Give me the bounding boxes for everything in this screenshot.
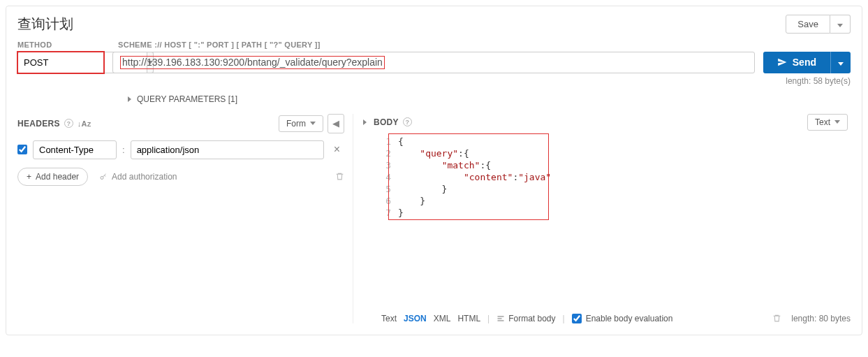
header-row: : × bbox=[17, 140, 344, 159]
code-value: "java" bbox=[518, 172, 551, 182]
query-parameters-label: QUERY PARAMETERS [1] bbox=[137, 94, 237, 104]
code-indent bbox=[398, 172, 464, 182]
code-line: } bbox=[398, 196, 425, 206]
add-authorization-button[interactable]: Add authorization bbox=[99, 172, 177, 182]
trash-icon bbox=[772, 314, 781, 323]
format-xml-button[interactable]: XML bbox=[434, 314, 451, 323]
caret-down-icon bbox=[837, 24, 843, 27]
format-html-button[interactable]: HTML bbox=[457, 314, 480, 323]
help-icon[interactable]: ? bbox=[403, 117, 412, 126]
body-footer: Text JSON XML HTML | Format body | Enabl… bbox=[353, 314, 851, 323]
headers-column: HEADERS ? ↓AZ Form ◀ : × +Add header bbox=[17, 114, 353, 323]
svg-point-0 bbox=[101, 176, 103, 179]
format-text-button[interactable]: Text bbox=[381, 314, 397, 323]
request-panel: 查询计划 Save METHOD SCHEME :// HOST [ ":" P… bbox=[6, 6, 862, 335]
body-editor-wrap: 1 2 3 4 5 6 7 { "query":{ "match":{ "con… bbox=[381, 135, 851, 309]
header-colon: : bbox=[122, 145, 125, 155]
format-body-button[interactable]: Format body bbox=[496, 314, 555, 323]
trash-icon bbox=[335, 172, 344, 181]
key-icon bbox=[99, 173, 108, 181]
method-selector[interactable] bbox=[17, 52, 104, 73]
save-button[interactable]: Save bbox=[786, 15, 830, 34]
send-icon bbox=[777, 57, 787, 67]
form-mode-button[interactable]: Form bbox=[279, 115, 323, 132]
send-dropdown-button[interactable] bbox=[830, 52, 851, 73]
caret-down-icon bbox=[834, 120, 840, 124]
body-section-head: BODY ? Text bbox=[353, 114, 851, 131]
save-group: Save bbox=[786, 15, 851, 34]
headers-actions: +Add header Add authorization bbox=[17, 168, 344, 186]
align-icon bbox=[496, 314, 505, 323]
body-mode-button[interactable]: Text bbox=[807, 114, 848, 131]
collapse-left-button[interactable]: ◀ bbox=[328, 114, 344, 133]
enable-body-eval-checkbox[interactable] bbox=[572, 314, 582, 323]
line-gutter: 1 2 3 4 5 6 7 bbox=[381, 135, 394, 309]
code-key: "query" bbox=[420, 148, 458, 159]
clear-body-button[interactable] bbox=[772, 314, 781, 323]
code-line: } bbox=[398, 207, 404, 218]
code-line: { bbox=[398, 136, 404, 147]
header-name-input[interactable] bbox=[33, 140, 117, 159]
enable-body-eval[interactable]: Enable body evaluation bbox=[572, 314, 673, 323]
send-group: Send bbox=[763, 52, 851, 73]
send-button[interactable]: Send bbox=[763, 52, 830, 73]
remove-header-button[interactable]: × bbox=[330, 143, 344, 156]
top-row: 查询计划 Save bbox=[17, 15, 851, 34]
headers-label-text: HEADERS bbox=[17, 119, 60, 129]
header-enabled-checkbox[interactable] bbox=[17, 145, 27, 154]
request-title: 查询计划 bbox=[17, 15, 73, 34]
add-authorization-label: Add authorization bbox=[112, 172, 177, 182]
body-column: BODY ? Text 1 2 3 4 5 6 7 { "query":{ "m… bbox=[353, 114, 851, 323]
body-code[interactable]: { "query":{ "match":{ "content":"java" }… bbox=[394, 135, 851, 309]
caret-right-icon bbox=[363, 119, 367, 125]
body-head-right: Text bbox=[807, 114, 851, 131]
save-dropdown-button[interactable] bbox=[830, 15, 851, 34]
format-body-label: Format body bbox=[508, 314, 555, 323]
url-length-meta: length: 58 byte(s) bbox=[17, 76, 851, 86]
plus-icon: + bbox=[27, 172, 31, 182]
format-json-button[interactable]: JSON bbox=[404, 314, 427, 323]
body-label-text: BODY bbox=[374, 117, 399, 127]
body-footer-right: length: 80 bytes bbox=[772, 314, 851, 323]
send-label: Send bbox=[793, 57, 816, 68]
body-label: BODY ? bbox=[374, 117, 412, 127]
headers-label: HEADERS ? ↓AZ bbox=[17, 119, 91, 129]
separator: | bbox=[563, 314, 565, 323]
body-mode-label: Text bbox=[815, 117, 830, 127]
field-labels: METHOD SCHEME :// HOST [ ":" PORT ] [ PA… bbox=[17, 41, 851, 49]
add-header-label: Add header bbox=[36, 172, 79, 182]
caret-down-icon bbox=[310, 122, 316, 125]
code-indent bbox=[398, 148, 420, 159]
help-icon[interactable]: ? bbox=[64, 119, 73, 128]
add-header-button[interactable]: +Add header bbox=[17, 168, 88, 186]
split-pane: HEADERS ? ↓AZ Form ◀ : × +Add header bbox=[17, 114, 851, 323]
code-indent bbox=[398, 160, 442, 170]
body-length: length: 80 bytes bbox=[791, 314, 851, 323]
code-punct: :{ bbox=[458, 148, 469, 159]
query-parameters-toggle[interactable]: QUERY PARAMETERS [1] bbox=[128, 94, 851, 104]
clear-headers-button[interactable] bbox=[335, 172, 344, 181]
headers-head-right: Form ◀ bbox=[279, 114, 344, 133]
separator: | bbox=[487, 314, 490, 323]
code-line: } bbox=[398, 184, 447, 194]
headers-section-head: HEADERS ? ↓AZ Form ◀ bbox=[17, 114, 344, 133]
enable-body-eval-label: Enable body evaluation bbox=[586, 314, 673, 323]
method-label: METHOD bbox=[17, 41, 104, 49]
caret-right-icon bbox=[128, 96, 131, 102]
form-mode-label: Form bbox=[286, 119, 306, 129]
url-label: SCHEME :// HOST [ ":" PORT ] [ PATH [ "?… bbox=[118, 41, 851, 49]
code-key: "content" bbox=[464, 172, 513, 182]
code-key: "match" bbox=[442, 160, 480, 170]
url-input[interactable]: http://139.196.183.130:9200/bntang/_vali… bbox=[112, 52, 755, 73]
caret-down-icon bbox=[838, 62, 844, 66]
url-text: http://139.196.183.130:9200/bntang/_vali… bbox=[120, 56, 385, 69]
header-value-input[interactable] bbox=[131, 140, 324, 159]
body-editor[interactable]: 1 2 3 4 5 6 7 { "query":{ "match":{ "con… bbox=[381, 135, 851, 309]
sort-icon[interactable]: ↓AZ bbox=[78, 119, 91, 128]
controls-row: http://139.196.183.130:9200/bntang/_vali… bbox=[17, 52, 851, 73]
code-punct: :{ bbox=[480, 160, 491, 170]
